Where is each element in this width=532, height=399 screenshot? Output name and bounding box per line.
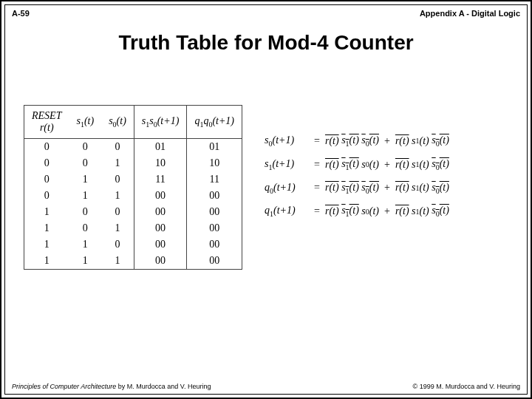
col-reset: RESET r(t) — [24, 106, 69, 139]
table-row: 0110000 — [24, 188, 242, 204]
col-s1: s1(t) — [69, 106, 101, 139]
footer-left: Principles of Computer Architecture by M… — [12, 383, 211, 390]
table-row: 0101111 — [24, 171, 242, 188]
book-title: Principles of Computer Architecture — [12, 383, 116, 390]
table-row: 1000000 — [24, 204, 242, 220]
table-row: 1100000 — [24, 236, 242, 253]
page-number: A-59 — [12, 9, 30, 18]
equation-row: q1(t+1) = r(t) s1(t) s0(t) + r(t) s1(t) … — [265, 205, 508, 218]
content-area: RESET r(t) s1(t) s0(t) s1s0(t+1) q1q0(t+… — [24, 105, 508, 270]
truth-table: RESET r(t) s1(t) s0(t) s1s0(t+1) q1q0(t+… — [24, 105, 242, 270]
footer-copyright: © 1999 M. Murdocca and V. Heuring — [413, 383, 520, 390]
slide-header: A-59 Appendix A - Digital Logic — [12, 9, 520, 18]
col-s0: s0(t) — [101, 106, 134, 139]
table-row: 0011010 — [24, 155, 242, 171]
col-next-state: s1s0(t+1) — [134, 106, 187, 139]
equation-row: q0(t+1) = r(t) s1(t) s0(t) + r(t) s1(t) … — [265, 182, 508, 195]
equation-row: s0(t+1) = r(t) s1(t) s0(t) + r(t) s1(t) … — [265, 134, 508, 148]
slide-title: Truth Table for Mod-4 Counter — [1, 31, 531, 55]
table-header-row: RESET r(t) s1(t) s0(t) s1s0(t+1) q1q0(t+… — [24, 106, 242, 139]
table-row: 1010000 — [24, 220, 242, 236]
equations-block: s0(t+1) = r(t) s1(t) s0(t) + r(t) s1(t) … — [265, 105, 508, 228]
col-output: q1q0(t+1) — [187, 106, 242, 139]
footer-authors: by M. Murdocca and V. Heuring — [116, 383, 211, 390]
table-row: 0000101 — [24, 139, 242, 156]
slide-footer: Principles of Computer Architecture by M… — [12, 383, 520, 390]
table-row: 1110000 — [24, 253, 242, 270]
section-title: Appendix A - Digital Logic — [420, 9, 520, 18]
equation-row: s1(t+1) = r(t) s1(t) s0(t) + r(t) s1(t) … — [265, 158, 508, 171]
